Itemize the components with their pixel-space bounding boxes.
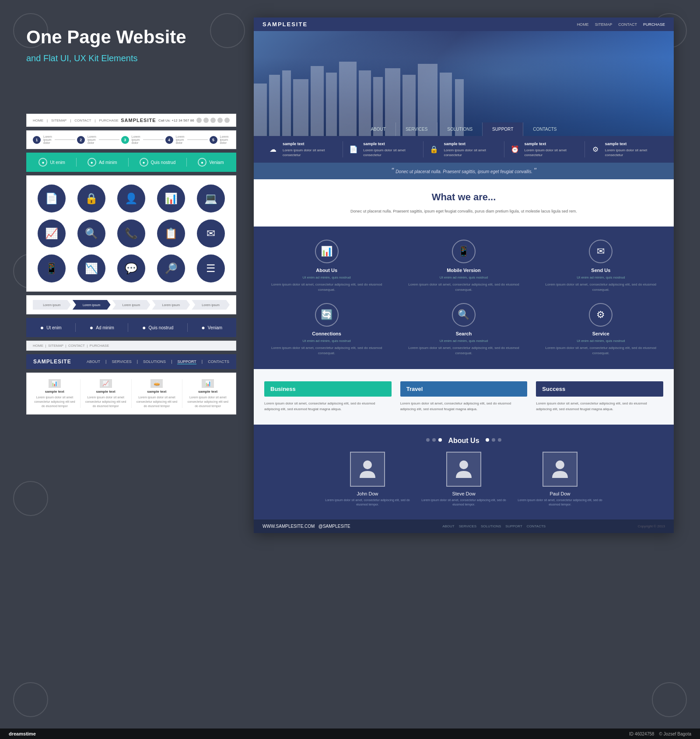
dark-nav-item[interactable]: ● Veniam bbox=[201, 324, 222, 331]
feature-desc: Lorem ipsum dolor sit amet, consectetur … bbox=[262, 345, 391, 356]
step-1: 1 Lorem ipsum dolor bbox=[33, 135, 53, 144]
hero-nav-solutions[interactable]: SOLUTIONS bbox=[438, 122, 483, 136]
avatar-john bbox=[350, 452, 385, 487]
hero-nav-services[interactable]: SERVICES bbox=[396, 122, 438, 136]
feature-subtitle: Ut enim ad minim, quis nostrud bbox=[262, 275, 391, 279]
dreamstime-logo: dreamstime bbox=[9, 731, 36, 736]
teal-nav-icon: ● bbox=[140, 158, 148, 167]
teal-nav-item[interactable]: ● Quis nostrud bbox=[140, 158, 176, 167]
feature-title: sample text bbox=[33, 390, 77, 394]
feature-text: sample text Lorem ipsum dolor sit amet c… bbox=[283, 141, 338, 157]
biz-card-text: Lorem ipsum dolor sit amet, consectetur … bbox=[264, 401, 392, 412]
gear-icon: ⚙ bbox=[589, 143, 602, 155]
social-icon bbox=[217, 118, 223, 123]
icon-document: 📄 bbox=[38, 185, 66, 213]
what-we-are-title: What we are... bbox=[271, 192, 656, 203]
right-panel: SAMPLESITE HOME SITEMAP CONTACT PURCHASE bbox=[254, 17, 674, 533]
blue-feature-clock: ⏰ sample text Lorem ipsum dolor sit amet… bbox=[504, 141, 585, 157]
step-number: 2 bbox=[77, 136, 85, 144]
dark-nav-item[interactable]: ● Ut enim bbox=[40, 324, 62, 331]
site-nav: HOME SITEMAP CONTACT PURCHASE bbox=[577, 22, 665, 27]
team-card-john: John Dow Lorem ipsum dolor sit amet, con… bbox=[324, 452, 411, 507]
footer-nav-bar: SAMPLESITE ABOUT | SERVICES | SOLUTIONS … bbox=[26, 354, 236, 369]
mobile-icon: 📱 bbox=[452, 240, 476, 263]
step-number: 5 bbox=[210, 136, 217, 144]
hero-nav: ABOUT SERVICES SOLUTIONS SUPPORT CONTACT… bbox=[254, 122, 674, 136]
nav-divider bbox=[186, 158, 187, 167]
carousel-dot-active[interactable] bbox=[486, 438, 489, 442]
arrow-item: Lorem ipsum bbox=[112, 300, 150, 310]
step-5: 5 Lorem ipsum dolor bbox=[210, 135, 230, 144]
icon-chart: 📊 bbox=[157, 185, 185, 213]
hero-nav-support[interactable]: SUPPORT bbox=[483, 122, 523, 136]
site-hero: ABOUT SERVICES SOLUTIONS SUPPORT CONTACT… bbox=[254, 31, 674, 136]
teal-nav-item[interactable]: ● Veniam bbox=[198, 158, 224, 167]
dark-nav-item[interactable]: ● Ad minim bbox=[90, 324, 114, 331]
team-cards: John Dow Lorem ipsum dolor sit amet, con… bbox=[264, 452, 663, 507]
team-card-paul: Paul Dow Lorem ipsum dolor sit amet, con… bbox=[516, 452, 604, 507]
feature-col: 🥧 sample text Lorem ipsum dolor sit amet… bbox=[135, 379, 179, 408]
feature-subtitle: Ut enim ad minim, quis nostrud bbox=[262, 339, 391, 343]
carousel-dots-right bbox=[486, 438, 501, 442]
step-3: 3 Lorem ipsum dolor bbox=[121, 135, 141, 144]
carousel-dot[interactable] bbox=[498, 438, 501, 442]
dark-feature-service: ⚙ Service Ut enim ad minim, quis nostrud… bbox=[537, 303, 665, 356]
teal-nav-item[interactable]: ● Ad minim bbox=[88, 158, 117, 167]
feature-subtitle: Ut enim ad minim, quis nostrud bbox=[399, 339, 528, 343]
feature-desc: Lorem ipsum dolor sit amet, consectetur … bbox=[262, 282, 391, 293]
step-4: 4 Lorem ipsum dolor bbox=[165, 135, 186, 144]
carousel-dot[interactable] bbox=[426, 438, 430, 442]
feature-divider bbox=[131, 379, 132, 408]
avatar-steve bbox=[446, 452, 481, 487]
dark-feature-search: 🔍 Search Ut enim ad minim, quis nostrud … bbox=[399, 303, 528, 356]
biz-card-business: Business Lorem ipsum dolor sit amet, con… bbox=[264, 381, 392, 412]
nav-divider bbox=[75, 323, 76, 332]
feature-title: sample text bbox=[186, 390, 230, 394]
icons-grid: 📄 🔒 👤 📊 💻 📈 🔍 📞 📋 ✉ 📱 📉 💬 🔎 ☰ bbox=[35, 185, 227, 282]
blue-feature-lock: 🔒 sample text Lorem ipsum dolor sit amet… bbox=[424, 141, 504, 157]
person-svg bbox=[359, 459, 376, 480]
carousel-dot-active[interactable] bbox=[438, 438, 442, 442]
dark-nav-bar: ● Ut enim ● Ad minim ● Quis nostrud ● Ve… bbox=[26, 318, 236, 337]
carousel-dot[interactable] bbox=[432, 438, 436, 442]
feature-subtitle: Ut enim ad minim, quis nostrud bbox=[537, 275, 665, 279]
teal-nav-item[interactable]: ● Ut enim bbox=[38, 158, 65, 167]
footer-logo: WWW.SAMPLESITE.COM @SAMPLESITE bbox=[262, 524, 350, 529]
blue-feature-gear: ⚙ sample text Lorem ipsum dolor sit amet… bbox=[585, 141, 665, 157]
arrow-timeline: Lorem ipsum Lorem ipsum Lorem ipsum Lore… bbox=[26, 295, 236, 314]
arrow-item: Lorem ipsum bbox=[33, 300, 71, 310]
carousel-dot[interactable] bbox=[492, 438, 495, 442]
blue-feature-doc: 📄 sample text Lorem ipsum dolor sit amet… bbox=[343, 141, 424, 157]
icon-mail: ✉ bbox=[197, 220, 225, 247]
icon-mobile: 📱 bbox=[38, 254, 66, 282]
step-line bbox=[99, 139, 119, 140]
icon-laptop: 💻 bbox=[197, 185, 225, 213]
search-icon: 🔍 bbox=[452, 303, 476, 327]
blue-features-strip: ☁ sample text Lorem ipsum dolor sit amet… bbox=[254, 136, 674, 163]
teal-nav-icon: ● bbox=[88, 158, 96, 167]
biz-section: Business Lorem ipsum dolor sit amet, con… bbox=[254, 369, 674, 425]
team-member-name: John Dow bbox=[324, 491, 411, 496]
site-header: SAMPLESITE HOME SITEMAP CONTACT PURCHASE bbox=[254, 17, 674, 31]
hero-nav-about[interactable]: ABOUT bbox=[361, 122, 396, 136]
dark-feature-send: ✉ Send Us Ut enim ad minim, quis nostrud… bbox=[537, 240, 665, 293]
team-member-desc: Lorem ipsum dolor sit amet, consectetur … bbox=[516, 498, 604, 507]
watermark-bar: dreamstime ID 46024758 © Jozsef Bagota bbox=[0, 729, 700, 739]
document-icon: 📄 bbox=[347, 143, 360, 155]
cloud-icon: ☁ bbox=[267, 143, 279, 155]
icon-pie: 📈 bbox=[38, 220, 66, 247]
step-number-active: 3 bbox=[121, 136, 129, 144]
about-header: About Us bbox=[264, 437, 663, 445]
arrow-item: Lorem ipsum bbox=[192, 300, 230, 310]
feature-col: 📊 sample text Lorem ipsum dolor sit amet… bbox=[33, 379, 77, 408]
hero-nav-contacts[interactable]: CONTACTS bbox=[523, 122, 566, 136]
feature-desc: Lorem ipsum dolor sit amet, consectetur … bbox=[537, 345, 665, 356]
dreamstime-info: ID 46024758 © Jozsef Bagota bbox=[629, 732, 691, 736]
icon-bar-chart: 📉 bbox=[77, 254, 105, 282]
about-section: About Us John Dow Lorem ipsum dolor sit … bbox=[254, 425, 674, 519]
feature-title: Send Us bbox=[537, 268, 665, 273]
dark-nav-item[interactable]: ● Quis nostrud bbox=[142, 324, 173, 331]
main-title: One Page Website bbox=[26, 26, 236, 48]
subtitle: and Flat UI, UX Kit Elements bbox=[26, 53, 236, 63]
nav-divider bbox=[76, 158, 77, 167]
